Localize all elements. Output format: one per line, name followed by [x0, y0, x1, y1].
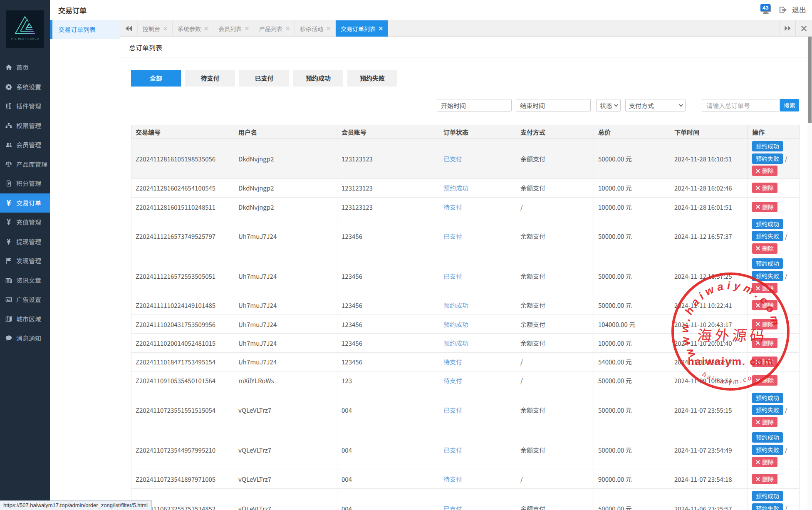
comment-icon	[5, 335, 12, 342]
status-cell: 预约成功	[439, 334, 516, 352]
order-status-link[interactable]: 待支付	[443, 357, 462, 366]
delete-button[interactable]: 删除	[752, 202, 777, 212]
sidebar-item-ad-settings[interactable]: 广告设置	[0, 290, 50, 309]
tab-trade-order-list[interactable]: 交易订单列表	[336, 20, 388, 37]
order-status-link[interactable]: 已支付	[443, 406, 462, 414]
order-status-link[interactable]: 已支付	[443, 504, 462, 510]
order-status-link[interactable]: 待支付	[443, 203, 462, 211]
reserve-fail-button[interactable]: 预约失败	[752, 503, 783, 510]
delete-button[interactable]: 删除	[752, 474, 777, 484]
sidebar-item-message-notify[interactable]: 消息通知	[0, 329, 50, 348]
sidebar-item-trade-orders[interactable]: 交易订单	[0, 193, 50, 213]
delete-button[interactable]: 删除	[752, 243, 777, 254]
tab-close-icon[interactable]	[286, 27, 290, 30]
x-icon	[756, 460, 760, 464]
tab-flash-sale[interactable]: 秒杀活动	[295, 20, 336, 37]
order-number-input[interactable]	[702, 99, 780, 111]
order-status-link[interactable]: 已支付	[443, 154, 462, 163]
start-time-input[interactable]	[437, 99, 512, 111]
reserve-success-button[interactable]: 预约成功	[752, 491, 783, 501]
tab-close-icon[interactable]	[163, 27, 167, 30]
reserve-fail-button[interactable]: 预约失败	[752, 231, 783, 241]
backward-icon	[125, 25, 132, 32]
sidebar-item-system-settings[interactable]: 系统设置	[0, 77, 50, 97]
delete-button[interactable]: 删除	[752, 166, 777, 176]
delete-button[interactable]: 删除	[752, 417, 777, 427]
sidebar-item-news-articles[interactable]: 资讯文章	[0, 271, 50, 290]
filter-tab-all[interactable]: 全部	[131, 70, 181, 87]
brand-logo[interactable]: THE BEST CORGO	[6, 10, 44, 48]
tab-close-icon[interactable]	[204, 27, 208, 30]
filter-tab-reserve-fail[interactable]: 预约失败	[347, 70, 397, 87]
filter-tab-paid[interactable]: 已支付	[239, 70, 289, 87]
order-status-link[interactable]: 预约成功	[443, 339, 468, 347]
username-cell: Uh7muJ7J24	[234, 352, 337, 371]
delete-button[interactable]: 删除	[752, 457, 777, 467]
delete-button[interactable]: 删除	[752, 357, 777, 367]
delete-button[interactable]: 删除	[752, 319, 777, 329]
tab-member-list[interactable]: 会员列表	[213, 20, 254, 37]
sidebar-item-permission-manage[interactable]: 权限管理	[0, 116, 50, 136]
pay-method-cell: /	[516, 470, 594, 488]
tab-system-params[interactable]: 系统参数	[173, 20, 213, 37]
order-status-link[interactable]: 预约成功	[443, 183, 468, 192]
order-status-link[interactable]: 预约成功	[443, 320, 468, 329]
reserve-fail-button[interactable]: 预约失败	[752, 271, 783, 281]
delete-button[interactable]: 删除	[752, 338, 777, 348]
sidebar-item-plugin-manage[interactable]: 插件管理	[0, 97, 50, 116]
notification-button[interactable]: 43	[760, 4, 772, 15]
sidebar-item-discover-manage[interactable]: 发现管理	[0, 251, 50, 271]
reserve-success-button[interactable]: 预约成功	[752, 432, 783, 443]
actions-group: 删除	[752, 374, 799, 386]
sidebar-item-product-library[interactable]: 产品库管理	[0, 155, 50, 174]
sidebar-item-points-manage[interactable]: 积分管理	[0, 174, 50, 193]
search-button[interactable]: 搜索	[780, 99, 799, 111]
status-select[interactable]: 状态	[596, 99, 621, 111]
slash-separator: /	[785, 406, 787, 414]
order-status-link[interactable]: 已支付	[443, 232, 462, 240]
reserve-fail-button[interactable]: 预约失败	[752, 153, 783, 164]
reserve-success-button[interactable]: 预约成功	[752, 258, 783, 269]
slash-separator: /	[785, 504, 787, 510]
order-status-link[interactable]: 待支付	[443, 376, 462, 385]
order-status-link[interactable]: 已支付	[443, 272, 462, 280]
gear-icon	[5, 84, 12, 90]
tabs-scroll-left-button[interactable]	[120, 20, 138, 37]
reserve-fail-button[interactable]: 预约失败	[752, 445, 783, 455]
sidebar-item-order-list[interactable]: 交易订单列表	[50, 20, 120, 39]
tab-product-list[interactable]: 产品列表	[254, 20, 295, 37]
time-cell: 2024-11-12 16:57:37	[670, 216, 748, 256]
tab-close-icon[interactable]	[245, 27, 249, 30]
reserve-success-button[interactable]: 预约成功	[752, 141, 783, 151]
tabs-close-button[interactable]	[795, 20, 812, 37]
scrollbar-thumb[interactable]	[808, 37, 812, 123]
reserve-success-button[interactable]: 预约成功	[752, 219, 783, 229]
sidebar-item-member-manage[interactable]: 会员管理	[0, 135, 50, 155]
pay-method-select[interactable]: 支付方式	[625, 99, 686, 111]
tabs-scroll-right-button[interactable]	[780, 20, 795, 37]
tab-bar: 控制台系统参数会员列表产品列表秒杀活动交易订单列表	[120, 20, 812, 37]
tab-console[interactable]: 控制台	[138, 20, 173, 37]
sidebar-item-city-region[interactable]: 城市区域	[0, 309, 50, 329]
order-status-link[interactable]: 已支付	[443, 446, 462, 454]
sidebar-item-withdraw-manage[interactable]: 提现管理	[0, 232, 50, 252]
logout-button[interactable]: 退出	[779, 4, 806, 16]
browser-status-bar: https://507.haiwaiym17.top/admin/order_z…	[0, 500, 152, 510]
filter-tab-pending-pay[interactable]: 待支付	[185, 70, 235, 87]
sidebar-item-recharge-manage[interactable]: 充值管理	[0, 213, 50, 232]
tab-close-icon[interactable]	[379, 27, 383, 30]
delete-button[interactable]: 删除	[752, 300, 777, 310]
order-status-link[interactable]: 预约成功	[443, 301, 468, 309]
tab-close-icon[interactable]	[327, 27, 330, 30]
delete-button[interactable]: 删除	[752, 283, 777, 293]
action-line: 预约失败/	[752, 443, 787, 456]
filter-tab-reserve-success[interactable]: 预约成功	[293, 70, 343, 87]
table-row: Z2024111020431753509956Uh7muJ7J24123456预…	[131, 314, 800, 333]
reserve-success-button[interactable]: 预约成功	[752, 393, 783, 403]
delete-button[interactable]: 删除	[752, 375, 777, 386]
delete-button[interactable]: 删除	[752, 183, 777, 193]
order-status-link[interactable]: 待支付	[443, 475, 462, 483]
reserve-fail-button[interactable]: 预约失败	[752, 405, 783, 415]
sidebar-item-home[interactable]: 首页	[0, 58, 50, 77]
end-time-input[interactable]	[516, 99, 591, 111]
